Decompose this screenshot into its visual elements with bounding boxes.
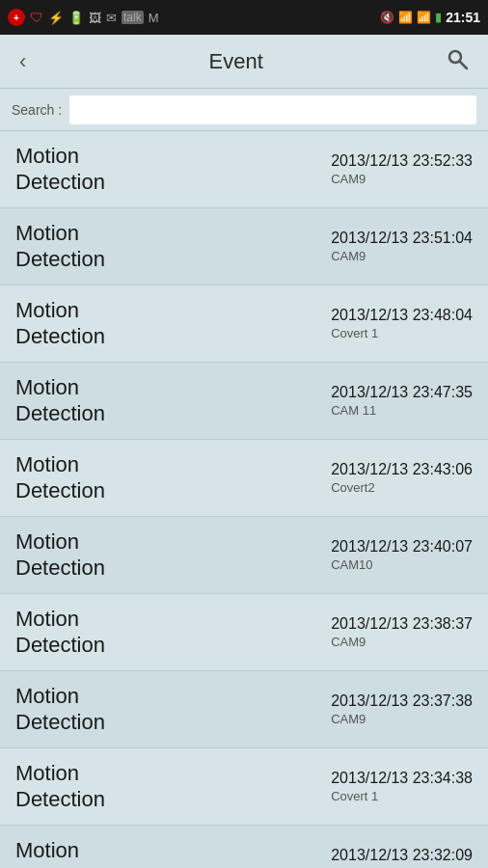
event-type-label: MotionDetection [15, 452, 179, 503]
list-item[interactable]: MotionDetection2013/12/13 23:37:38CAM9 [0, 671, 488, 748]
list-item[interactable]: MotionDetection2013/12/13 23:51:04CAM9 [0, 208, 488, 285]
event-datetime: 2013/12/13 23:51:04 [331, 230, 473, 247]
event-datetime: 2013/12/13 23:34:38 [331, 770, 473, 787]
email-icon: ✉ [106, 11, 117, 25]
back-button[interactable]: ‹ [12, 45, 34, 78]
svg-line-1 [460, 62, 467, 68]
event-type-label: MotionDetection [15, 144, 179, 195]
list-item[interactable]: MotionDetection2013/12/13 23:52:33CAM9 [0, 131, 488, 208]
event-info: 2013/12/13 23:48:04Covert 1 [331, 307, 473, 340]
status-bar-left: + 🛡 ⚡ 🔋 🖼 ✉ talk M [8, 9, 159, 26]
event-camera: Covert2 [331, 480, 375, 495]
event-info: 2013/12/13 23:43:06Covert2 [331, 461, 473, 495]
search-input[interactable] [69, 95, 476, 124]
event-datetime: 2013/12/13 23:37:38 [331, 692, 473, 710]
event-info: 2013/12/13 23:34:38Covert 1 [331, 770, 473, 803]
list-item[interactable]: MotionDetection2013/12/13 23:43:06Covert… [0, 440, 488, 517]
event-camera: CAM9 [331, 172, 366, 186]
wifi-icon: 📶 [398, 11, 413, 24]
notification-icon: + [8, 9, 25, 26]
event-datetime: 2013/12/13 23:43:06 [331, 461, 473, 478]
event-camera: CAM9 [331, 712, 366, 726]
event-type-label: MotionDetection [15, 298, 179, 349]
event-camera: Covert 1 [331, 326, 378, 340]
status-bar-right: 🔇 📶 📶 ▮ 21:51 [380, 10, 480, 25]
event-info: 2013/12/13 23:47:35CAM 11 [331, 384, 473, 418]
event-info: 2013/12/13 23:32:09CAM9 [331, 847, 473, 868]
muted-icon: 🔇 [380, 11, 394, 24]
search-label: Search : [12, 102, 62, 118]
signal-icon: 📶 [417, 11, 431, 24]
event-info: 2013/12/13 23:51:04CAM9 [331, 230, 473, 263]
list-item[interactable]: MotionDetection2013/12/13 23:32:09CAM9 [0, 826, 488, 868]
usb-icon: ⚡ [48, 11, 64, 25]
battery-icon: ▮ [435, 11, 442, 24]
event-camera: CAM 11 [331, 403, 376, 418]
list-item[interactable]: MotionDetection2013/12/13 23:40:07CAM10 [0, 517, 488, 594]
search-button[interactable] [438, 43, 476, 80]
event-info: 2013/12/13 23:40:07CAM10 [331, 538, 473, 572]
event-datetime: 2013/12/13 23:38:37 [331, 615, 473, 633]
page-title: Event [34, 49, 438, 74]
image-icon: 🖼 [89, 11, 101, 25]
search-bar: Search : [0, 89, 488, 131]
gmail-icon: M [149, 11, 159, 25]
shield-icon: 🛡 [30, 10, 43, 25]
list-item[interactable]: MotionDetection2013/12/13 23:47:35CAM 11 [0, 363, 488, 440]
clock: 21:51 [446, 10, 480, 25]
event-type-label: MotionDetection [15, 529, 179, 581]
event-camera: Covert 1 [331, 789, 378, 803]
event-camera: CAM9 [331, 249, 366, 263]
event-datetime: 2013/12/13 23:32:09 [331, 847, 473, 864]
talk-icon: talk [122, 11, 144, 24]
list-item[interactable]: MotionDetection2013/12/13 23:38:37CAM9 [0, 594, 488, 671]
battery-charging-icon: 🔋 [68, 11, 84, 25]
event-info: 2013/12/13 23:37:38CAM9 [331, 692, 473, 726]
event-camera: CAM9 [331, 635, 366, 649]
event-type-label: MotionDetection [15, 607, 179, 658]
event-datetime: 2013/12/13 23:48:04 [331, 307, 473, 324]
event-datetime: 2013/12/13 23:52:33 [331, 152, 473, 170]
event-camera: CAM10 [331, 557, 372, 572]
event-list: MotionDetection2013/12/13 23:52:33CAM9Mo… [0, 131, 488, 868]
event-type-label: MotionDetection [15, 761, 179, 812]
status-bar: + 🛡 ⚡ 🔋 🖼 ✉ talk M 🔇 📶 📶 ▮ 21:51 [0, 0, 488, 35]
event-type-label: MotionDetection [15, 684, 179, 735]
event-type-label: MotionDetection [15, 375, 179, 426]
event-info: 2013/12/13 23:38:37CAM9 [331, 615, 473, 649]
list-item[interactable]: MotionDetection2013/12/13 23:34:38Covert… [0, 748, 488, 826]
event-info: 2013/12/13 23:52:33CAM9 [331, 152, 473, 186]
event-datetime: 2013/12/13 23:47:35 [331, 384, 473, 401]
header: ‹ Event [0, 35, 488, 89]
event-type-label: MotionDetection [15, 838, 179, 868]
event-datetime: 2013/12/13 23:40:07 [331, 538, 473, 556]
list-item[interactable]: MotionDetection2013/12/13 23:48:04Covert… [0, 285, 488, 363]
event-type-label: MotionDetection [15, 221, 179, 272]
